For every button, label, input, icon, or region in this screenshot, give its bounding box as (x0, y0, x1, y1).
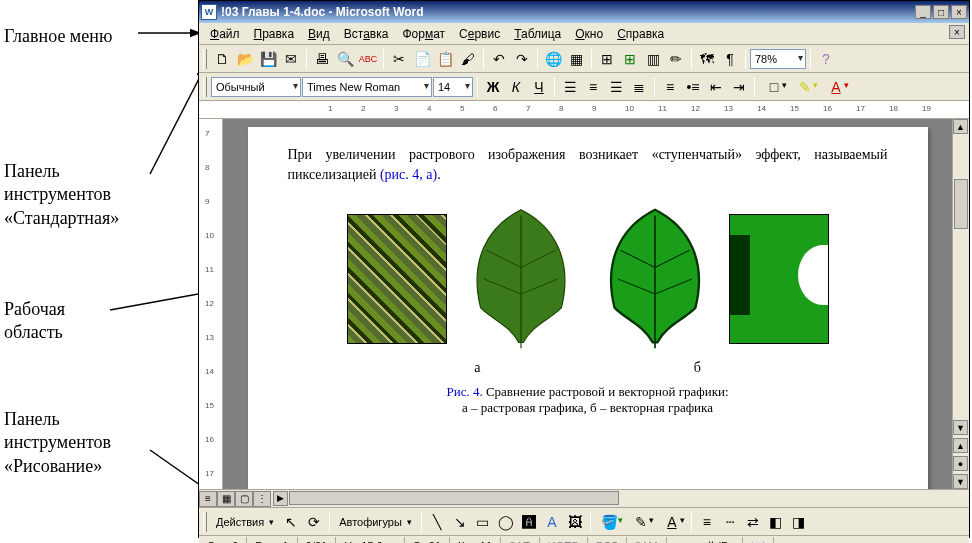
italic-icon[interactable]: К (505, 76, 527, 98)
decrease-indent-icon[interactable]: ⇤ (705, 76, 727, 98)
align-right-icon[interactable]: ☰ (605, 76, 627, 98)
menu-insert[interactable]: Вставка (337, 25, 396, 43)
menu-table[interactable]: Таблица (507, 25, 568, 43)
menu-view[interactable]: Вид (301, 25, 337, 43)
status-rec[interactable]: ЗАП (501, 537, 540, 544)
horizontal-scrollbar[interactable]: ◀ ▶ (273, 491, 967, 507)
scroll-thumb[interactable] (954, 179, 968, 229)
document-view[interactable]: При увеличении растрового изображения во… (223, 119, 952, 489)
rectangle-icon[interactable]: ▭ (472, 511, 494, 533)
doc-close-button[interactable]: × (949, 25, 965, 39)
3d-icon[interactable]: ◨ (788, 511, 810, 533)
excel-icon[interactable]: ⊞ (619, 48, 641, 70)
bold-icon[interactable]: Ж (482, 76, 504, 98)
toolbar-handle[interactable] (203, 49, 207, 69)
rotate-icon[interactable]: ⟳ (303, 511, 325, 533)
arrow-icon[interactable]: ↘ (449, 511, 471, 533)
textbox-icon[interactable]: 🅰 (518, 511, 540, 533)
menu-edit[interactable]: Правка (247, 25, 302, 43)
format-painter-icon[interactable]: 🖌 (457, 48, 479, 70)
scroll-down-icon[interactable]: ▼ (953, 420, 968, 435)
menu-format[interactable]: Формат (395, 25, 452, 43)
line-style-icon[interactable]: ≡ (696, 511, 718, 533)
line-icon[interactable]: ╲ (426, 511, 448, 533)
columns-icon[interactable]: ▥ (642, 48, 664, 70)
vertical-ruler[interactable]: 7891011121314151617 (199, 119, 223, 489)
help-icon[interactable]: ? (815, 48, 837, 70)
paste-icon[interactable]: 📋 (434, 48, 456, 70)
copy-icon[interactable]: 📄 (411, 48, 433, 70)
status-trk[interactable]: ИСПР (540, 537, 588, 544)
numbered-list-icon[interactable]: ≡ (659, 76, 681, 98)
menu-service[interactable]: Сервис (452, 25, 507, 43)
view-scroll-row: ≡ ▦ ▢ ⋮ ◀ ▶ (199, 489, 969, 507)
autoshapes-menu[interactable]: Автофигуры (334, 513, 417, 531)
print-icon[interactable]: 🖶 (311, 48, 333, 70)
actions-menu[interactable]: Действия (211, 513, 279, 531)
clipart-icon[interactable]: 🖼 (564, 511, 586, 533)
toolbar-handle[interactable] (203, 512, 207, 532)
zoom-combo[interactable]: 78% (750, 49, 806, 69)
menu-window[interactable]: Окно (568, 25, 610, 43)
scroll-up-icon[interactable]: ▲ (953, 119, 968, 134)
next-page-icon[interactable]: ▼ (953, 474, 968, 489)
insert-table-icon[interactable]: ⊞ (596, 48, 618, 70)
menu-help[interactable]: Справка (610, 25, 671, 43)
minimize-button[interactable]: _ (915, 5, 931, 19)
prev-page-icon[interactable]: ▲ (953, 438, 968, 453)
status-book-icon[interactable]: 📖 (743, 537, 774, 544)
menu-file[interactable]: Файл (203, 25, 247, 43)
spellcheck-icon[interactable]: ABC (357, 48, 379, 70)
hscroll-thumb[interactable] (289, 491, 619, 505)
vertical-scrollbar[interactable]: ▲ ▼ ▲ ● ▼ (952, 119, 969, 489)
scroll-right-icon[interactable]: ▶ (273, 491, 288, 506)
figure-caption: Рис. 4. Сравнение растровой и векторной … (288, 384, 888, 416)
arrow-style-icon[interactable]: ⇄ (742, 511, 764, 533)
fill-color-icon[interactable]: 🪣 (595, 511, 625, 533)
status-ext[interactable]: ВДЛ (588, 537, 627, 544)
highlight-dropdown[interactable]: ✎ (790, 76, 820, 98)
drawing-icon[interactable]: ✏ (665, 48, 687, 70)
select-objects-icon[interactable]: ↖ (280, 511, 302, 533)
align-left-icon[interactable]: ☰ (559, 76, 581, 98)
web-view-icon[interactable]: ▦ (217, 491, 235, 507)
horizontal-ruler[interactable]: 12345678910111213141516171819 (199, 101, 969, 119)
normal-view-icon[interactable]: ≡ (199, 491, 217, 507)
cut-icon[interactable]: ✂ (388, 48, 410, 70)
status-lang[interactable]: русский (Ро (667, 537, 743, 544)
shadow-icon[interactable]: ◧ (765, 511, 787, 533)
toolbar-handle[interactable] (203, 77, 207, 97)
open-icon[interactable]: 📂 (234, 48, 256, 70)
font-combo[interactable]: Times New Roman (302, 77, 432, 97)
outline-view-icon[interactable]: ⋮ (253, 491, 271, 507)
font-color-icon[interactable]: A (657, 511, 687, 533)
save-icon[interactable]: 💾 (257, 48, 279, 70)
tables-borders-icon[interactable]: ▦ (565, 48, 587, 70)
redo-icon[interactable]: ↷ (511, 48, 533, 70)
maximize-button[interactable]: □ (933, 5, 949, 19)
font-color-dropdown[interactable]: A (821, 76, 851, 98)
style-combo[interactable]: Обычный (211, 77, 301, 97)
wordart-icon[interactable]: A (541, 511, 563, 533)
show-para-icon[interactable]: ¶ (719, 48, 741, 70)
bullet-list-icon[interactable]: •≡ (682, 76, 704, 98)
close-button[interactable]: × (951, 5, 967, 19)
underline-icon[interactable]: Ч (528, 76, 550, 98)
fontsize-combo[interactable]: 14 (433, 77, 473, 97)
oval-icon[interactable]: ◯ (495, 511, 517, 533)
align-justify-icon[interactable]: ≣ (628, 76, 650, 98)
print-preview-icon[interactable]: 🔍 (334, 48, 356, 70)
doc-map-icon[interactable]: 🗺 (696, 48, 718, 70)
line-color-icon[interactable]: ✎ (626, 511, 656, 533)
border-dropdown[interactable]: □ (759, 76, 789, 98)
new-doc-icon[interactable]: 🗋 (211, 48, 233, 70)
dash-style-icon[interactable]: ┄ (719, 511, 741, 533)
align-center-icon[interactable]: ≡ (582, 76, 604, 98)
hyperlink-icon[interactable]: 🌐 (542, 48, 564, 70)
browse-object-icon[interactable]: ● (953, 456, 968, 471)
status-ovr[interactable]: ЗАМ (627, 537, 667, 544)
print-view-icon[interactable]: ▢ (235, 491, 253, 507)
mail-icon[interactable]: ✉ (280, 48, 302, 70)
undo-icon[interactable]: ↶ (488, 48, 510, 70)
increase-indent-icon[interactable]: ⇥ (728, 76, 750, 98)
